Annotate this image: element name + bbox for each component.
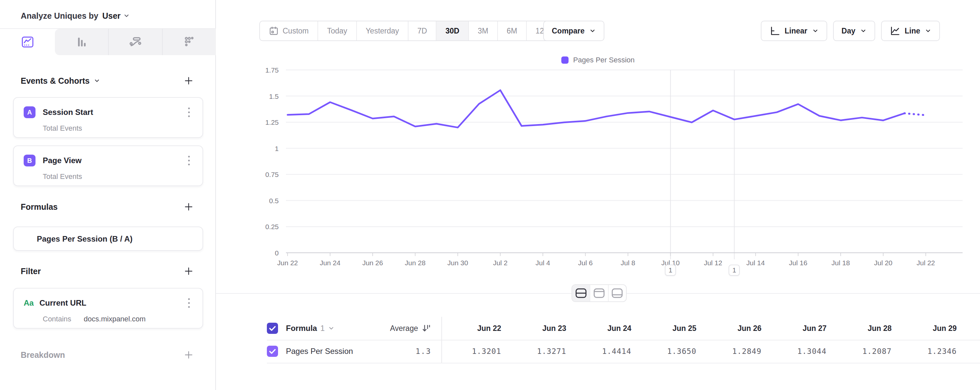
event-options-button[interactable] — [183, 154, 194, 167]
analyze-uniques-by-dropdown[interactable]: User — [102, 11, 130, 21]
event-badge-a: A — [24, 106, 35, 118]
range-today[interactable]: Today — [318, 21, 356, 40]
kebab-menu-icon — [188, 297, 190, 309]
tab-flows[interactable] — [109, 29, 163, 55]
date-header-cell[interactable]: Jun 26 — [702, 324, 767, 333]
svg-text:Jul 4: Jul 4 — [536, 259, 550, 266]
range-label: 6M — [507, 27, 517, 35]
annotation-marker[interactable]: 1 — [665, 265, 676, 276]
formula-card[interactable]: Pages Per Session (B / A) — [13, 227, 203, 251]
chevron-down-icon — [812, 28, 819, 34]
svg-text:1: 1 — [275, 145, 279, 152]
event-card-page-view[interactable]: B Page View Total Events — [13, 146, 203, 186]
svg-text:Jun 28: Jun 28 — [405, 259, 426, 266]
date-header-cell[interactable]: Jun 22 — [442, 324, 507, 333]
svg-text:1.5: 1.5 — [269, 93, 279, 100]
date-header-cell[interactable]: Jun 27 — [767, 324, 832, 333]
series-checkbox[interactable] — [267, 346, 278, 357]
line-chart-plot: 00.250.50.7511.251.51.75Jun 22Jun 24Jun … — [216, 49, 980, 289]
date-header-cell[interactable]: Jun 28 — [832, 324, 897, 333]
select-all-checkbox[interactable] — [267, 323, 278, 334]
layout-chart-only-button[interactable] — [590, 285, 608, 301]
linear-axis-icon — [769, 25, 780, 36]
table-bottom-divider — [267, 363, 980, 363]
range-3m[interactable]: 3M — [469, 21, 498, 40]
svg-text:Jun 24: Jun 24 — [320, 259, 340, 266]
average-sort-header[interactable]: Average — [383, 323, 431, 333]
filter-title: Filter — [21, 266, 41, 276]
chevron-down-icon[interactable] — [94, 78, 100, 84]
range-label: 3M — [478, 27, 488, 35]
analyze-value-label: User — [102, 11, 121, 21]
funnels-bars-icon — [74, 35, 89, 49]
annotation-marker[interactable]: 1 — [729, 265, 740, 276]
date-header-cell[interactable]: Jun 23 — [507, 324, 572, 333]
date-header-cell[interactable]: Jun 29 — [897, 324, 963, 333]
interval-dropdown[interactable]: Day — [833, 21, 875, 41]
event-measure[interactable]: Total Events — [14, 167, 202, 181]
layout-split-view-button[interactable] — [572, 285, 590, 301]
range-6m[interactable]: 6M — [498, 21, 527, 40]
chevron-down-icon — [925, 28, 931, 34]
svg-text:0.75: 0.75 — [265, 171, 279, 178]
insights-report-page: Analyze Uniques by User — [0, 0, 980, 390]
event-card-session-start[interactable]: A Session Start Total Events — [13, 97, 203, 138]
chevron-down-icon — [589, 28, 596, 34]
insights-chart-icon — [21, 35, 35, 49]
average-label: Average — [390, 324, 418, 333]
svg-text:Jul 14: Jul 14 — [746, 259, 765, 266]
date-header-cell[interactable]: Jun 24 — [572, 324, 637, 333]
filter-value[interactable]: docs.mixpanel.com — [84, 315, 146, 323]
plus-icon — [184, 76, 193, 86]
add-breakdown-button[interactable] — [183, 349, 194, 361]
event-options-button[interactable] — [183, 106, 194, 119]
check-icon — [267, 323, 278, 334]
interval-label: Day — [842, 27, 856, 35]
range-7d[interactable]: 7D — [409, 21, 436, 40]
series-name: Pages Per Session — [286, 347, 383, 356]
add-formula-button[interactable] — [183, 201, 194, 213]
filter-options-button[interactable] — [183, 296, 194, 309]
range-yesterday[interactable]: Yesterday — [357, 21, 409, 40]
filter-property-name: Current URL — [40, 298, 86, 308]
range-30d-selected[interactable]: 30D — [436, 21, 469, 40]
svg-text:Jul 16: Jul 16 — [789, 259, 807, 266]
date-header-cell[interactable]: Jun 25 — [637, 324, 702, 333]
date-value-cell: 1.2346 — [897, 347, 963, 355]
add-event-button[interactable] — [183, 75, 194, 87]
add-filter-button[interactable] — [183, 265, 194, 277]
split-view-icon — [575, 288, 587, 298]
tab-insights[interactable] — [0, 29, 55, 55]
filter-operator[interactable]: Contains — [43, 315, 71, 323]
filter-card-current-url[interactable]: Aa Current URL Contains docs.mixpanel.co… — [13, 288, 203, 328]
average-value: 1.3 — [415, 347, 431, 355]
formula-expression: Pages Per Session (B / A) — [14, 227, 202, 251]
chart-type-dropdown[interactable]: Line — [881, 21, 940, 41]
check-icon — [267, 346, 278, 357]
sort-descending-icon — [421, 323, 431, 333]
series-label: Pages Per Session — [286, 347, 353, 356]
svg-text:Jun 22: Jun 22 — [277, 259, 298, 266]
svg-text:0.5: 0.5 — [269, 197, 279, 205]
tab-funnels[interactable] — [55, 29, 109, 55]
date-range-segmented-control: Custom Today Yesterday 7D 30D 3M 6M 12M — [259, 21, 560, 41]
scale-dropdown[interactable]: Linear — [761, 21, 827, 41]
compare-button[interactable]: Compare — [543, 21, 605, 41]
kebab-menu-icon — [188, 107, 190, 118]
text-property-icon: Aa — [24, 298, 37, 308]
date-value-cell: 1.3271 — [507, 347, 572, 355]
layout-table-only-button[interactable] — [609, 285, 626, 301]
svg-text:1.75: 1.75 — [265, 66, 279, 74]
svg-text:0.25: 0.25 — [265, 223, 279, 230]
event-name: Page View — [43, 156, 81, 165]
date-value-cell: 1.4414 — [572, 347, 637, 355]
svg-text:Jul 12: Jul 12 — [704, 259, 722, 266]
event-measure[interactable]: Total Events — [14, 119, 202, 133]
range-custom[interactable]: Custom — [260, 21, 318, 40]
svg-text:1.25: 1.25 — [265, 119, 279, 126]
svg-text:Jun 30: Jun 30 — [447, 259, 468, 266]
tab-retention[interactable] — [163, 29, 216, 55]
formula-selector[interactable]: Formula 1 — [286, 324, 383, 333]
formula-number: 1 — [320, 324, 325, 333]
filter-header: Filter — [21, 265, 194, 277]
